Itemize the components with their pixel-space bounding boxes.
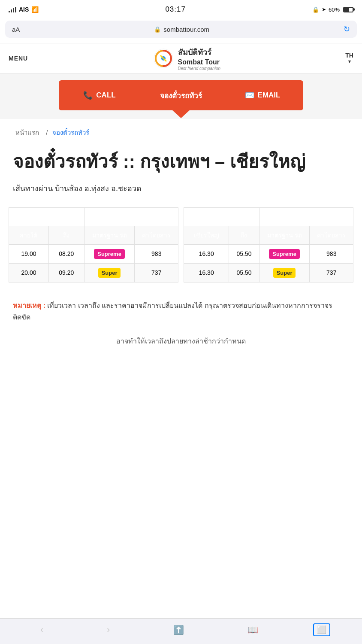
phone-icon: 📞 [83,91,93,100]
cell-arrive: 09.20 [48,263,84,282]
call-label: CALL [96,91,115,100]
col-to-label: ถึง [48,226,84,244]
status-bar: AIS 📶 03:17 🔒 ➤ 60% [0,0,362,19]
breadcrumb-home[interactable]: หน้าแรก [15,129,39,136]
cell-type: Supreme [84,244,135,263]
lock-icon: 🔒 [154,26,161,33]
url-bar[interactable]: aA 🔒 sombattour.com ↻ [5,21,357,38]
reload-button[interactable]: ↻ [344,24,350,34]
menu-button[interactable]: MENU [9,55,28,62]
route-subtitle: เส้นทางผ่าน บ้านส้อง อ.ทุ่งสง อ.ชะอวด [0,178,362,203]
table-right-header-en: Chianyai - Bangkok [259,207,353,226]
logo-thai: สัมบัติทัวร์ [178,46,221,58]
note-label: หมายเหตุ : [13,302,45,309]
email-label: EMAIL [258,91,281,100]
breadcrumb-separator: / [46,129,48,136]
email-icon: ✉️ [245,91,254,100]
gps-icon: ➤ [322,6,326,12]
cell-price: 737 [135,263,178,282]
battery-percent: 60% [329,6,340,13]
bottom-nav: ‹ › ⬆️ 📖 ⬜ [0,618,362,644]
wifi-icon: 📶 [31,6,39,13]
col-from-label-r: เชียรใหญ่ [184,226,229,244]
super-badge: Super [273,268,296,278]
super-badge: Super [98,268,121,278]
lang-label: TH [345,52,353,59]
cell-price: 983 [135,244,178,263]
tabs-button[interactable]: ⬜ [313,623,330,636]
col-standard-label-r: มาตรฐาน รถ [259,226,310,244]
site-header: MENU สัมบัติทัวร์ Sombat Tour Best frien… [0,43,362,73]
browser-header: aA 🔒 sombattour.com ↻ [0,21,362,43]
breadcrumb-current[interactable]: จองตั๋วรถทัวร์ [52,129,89,136]
action-bar: 📞 CALL จองตั๋วรถทัวร์ ✉️ EMAIL [0,73,362,119]
table-row[interactable]: 19.00 08.20 Supreme 983 [9,244,178,263]
carrier-signal: AIS 📶 [9,6,39,13]
table-row[interactable]: 16.30 05.50 Supreme 983 [184,244,353,263]
cell-price: 983 [310,244,353,263]
location-icon: 🔒 [312,6,319,13]
cell-depart: 16.30 [184,263,229,282]
cell-depart: 19.00 [9,244,49,263]
logo-en: Sombat Tour [178,58,221,66]
chevron-down-icon: ▾ [348,59,351,64]
back-button[interactable]: ‹ [32,623,52,637]
table-row[interactable]: 20.00 09.20 Super 737 [9,263,178,282]
table-bkk-chianyai: กรุงเทพฯ - เชียรใหญ่ Bangkok - Chianyai … [9,207,178,283]
share-button[interactable]: ⬆️ [165,623,193,637]
language-button[interactable]: TH ▾ [345,52,353,64]
table-left-header-en: Bangkok - Chianyai [84,207,178,226]
logo-area[interactable]: สัมบัติทัวร์ Sombat Tour Best friend com… [153,46,221,71]
supreme-badge: Supreme [94,249,125,259]
battery-icon [343,7,353,12]
tables-section: กรุงเทพฯ - เชียรใหญ่ Bangkok - Chianyai … [0,203,362,291]
status-right: 🔒 ➤ 60% [312,6,353,13]
carrier-name: AIS [19,6,29,13]
table-chianyai-bkk: เชียรใหญ่ - กรุงเทพฯ Chianyai - Bangkok … [184,207,353,283]
book-ticket-button[interactable]: จองตั๋วรถทัวร์ [140,80,222,110]
cell-depart: 16.30 [184,244,229,263]
col-from-label: สายใต้ [9,226,49,244]
note-text2: อาจทำให้เวลาถึงปลายทางล่าช้ากว่ากำหนด [0,331,362,355]
cell-depart: 20.00 [9,263,49,282]
cell-type: Supreme [259,244,310,263]
col-to-label-r: ถึง [229,226,259,244]
col-price-label: ค่าโดยสาร [135,226,178,244]
note-section: หมายเหตุ : เที่ยวเวลา เวลาถึง และราคาอาจ… [0,291,362,331]
book-label: จองตั๋วรถทัวร์ [160,90,202,101]
col-price-label-r: ค่าโดยสาร [310,226,353,244]
cell-type: Super [259,263,310,282]
table-left-header-th: กรุงเทพฯ - เชียรใหญ่ [9,207,84,226]
col-standard-label: มาตรฐาน รถ [84,226,135,244]
signal-icon [9,6,16,12]
table-right-header-th: เชียรใหญ่ - กรุงเทพฯ [184,207,259,226]
email-button[interactable]: ✉️ EMAIL [222,80,303,110]
page-title: จองตั๋วรถทัวร์ :: กรุงเทพฯ – เชียรใหญ่ [0,142,362,178]
logo-text: สัมบัติทัวร์ Sombat Tour Best friend com… [178,46,221,71]
cell-price: 737 [310,263,353,282]
text-size-control[interactable]: aA [12,26,20,33]
cell-arrive: 05.50 [229,263,259,282]
cell-arrive: 05.50 [229,244,259,263]
status-time: 03:17 [165,5,186,14]
note-text1: เที่ยวเวลา เวลาถึง และราคาอาจมีการเปลี่ย… [13,302,332,321]
supreme-badge: Supreme [269,249,300,259]
breadcrumb: หน้าแรก / จองตั๋วรถทัวร์ [0,119,362,142]
bookmarks-button[interactable]: 📖 [239,623,267,637]
url-display[interactable]: 🔒 sombattour.com [154,26,209,33]
table-row[interactable]: 16.30 05.50 Super 737 [184,263,353,282]
domain-text: sombattour.com [163,26,209,33]
call-button[interactable]: 📞 CALL [59,80,140,110]
cell-type: Super [84,263,135,282]
cell-arrive: 08.20 [48,244,84,263]
forward-button[interactable]: › [98,623,118,637]
logo-icon [153,48,174,69]
logo-sub: Best friend companion [178,66,221,71]
